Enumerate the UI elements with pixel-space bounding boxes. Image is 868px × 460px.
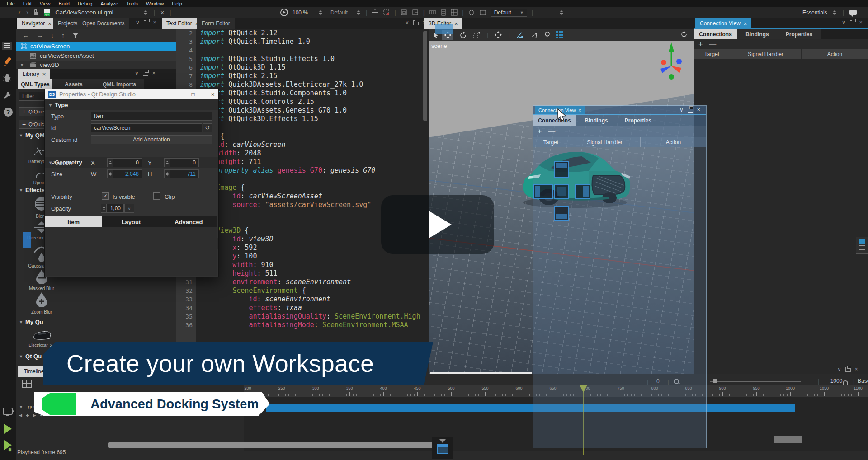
- document-title[interactable]: CarViewScreen.ui.qml: [55, 9, 113, 16]
- editor-scrollbar[interactable]: [423, 31, 427, 121]
- code-line[interactable]: import QtQuick3D 1.15: [200, 63, 286, 72]
- perspective-stepper[interactable]: [833, 10, 837, 15]
- code-line[interactable]: property alias genesis_G70: genesis_G70: [200, 166, 375, 175]
- distribute-v-icon[interactable]: [441, 9, 446, 16]
- code-line[interactable]: import QtQuick.Timeline 1.0: [200, 38, 310, 46]
- tree-item-carviewscreenasset[interactable]: carViewScreenAsset: [16, 51, 176, 61]
- menu-edit[interactable]: Edit: [19, 1, 36, 6]
- h-spin[interactable]: [164, 169, 170, 178]
- tab-open-documents[interactable]: Open Documents: [78, 18, 129, 29]
- floating-connection-view[interactable]: Connection View× ∨× Connections Bindings…: [533, 105, 707, 448]
- video-play-button[interactable]: [381, 195, 494, 254]
- timeline-section-bar[interactable]: [266, 404, 795, 412]
- nav-forward-button[interactable]: ›: [26, 8, 29, 17]
- code-line[interactable]: antialiasingQuality: SceneEnvironment.Hi…: [200, 312, 420, 321]
- menu-file[interactable]: File: [3, 1, 19, 6]
- float-panel-icon[interactable]: [845, 367, 851, 372]
- close-icon[interactable]: ×: [744, 21, 747, 27]
- properties-dialog-titlebar[interactable]: DS Properties - Qt Design Studio □ ×: [45, 89, 218, 99]
- grid-toggle-icon[interactable]: [556, 31, 563, 38]
- opacity-spin[interactable]: [101, 204, 107, 213]
- tab-advanced[interactable]: Advanced: [160, 216, 217, 227]
- code-line[interactable]: environment: sceneEnvironment: [200, 278, 351, 286]
- debug-bug-icon[interactable]: [2, 73, 14, 83]
- floating-tab-connections[interactable]: Connections: [533, 115, 576, 126]
- rotate-item-icon[interactable]: [468, 9, 475, 16]
- code-line[interactable]: SceneEnvironment {: [200, 286, 306, 295]
- anchor-sibling-icon[interactable]: [412, 9, 419, 16]
- tools-wrench-icon[interactable]: [2, 90, 14, 100]
- menu-tools[interactable]: Tools: [122, 1, 142, 6]
- code-line[interactable]: import QtQuick 2.15: [200, 72, 278, 80]
- add-annotation-button[interactable]: Add Annotation: [91, 135, 212, 144]
- float-panel-icon[interactable]: [143, 71, 148, 76]
- float-panel-icon[interactable]: [413, 20, 419, 25]
- right-dock-controls[interactable]: ∨×: [842, 19, 863, 26]
- close-icon[interactable]: ×: [454, 21, 458, 27]
- scale-tool-icon[interactable]: [473, 32, 481, 38]
- code-line[interactable]: import Quick3DAssets.Electriccar_27k 1.0: [200, 80, 363, 89]
- splitter-line[interactable]: [430, 372, 532, 374]
- zoom-level[interactable]: 100 %: [292, 9, 308, 16]
- maximize-icon[interactable]: □: [192, 91, 195, 98]
- menu-help[interactable]: Help: [168, 1, 186, 6]
- menu-window[interactable]: Window: [142, 1, 168, 6]
- connection-bottom-controls[interactable]: ∨×: [837, 366, 858, 372]
- tab-qml-imports[interactable]: QML Imports: [95, 79, 144, 89]
- tab-item[interactable]: Item: [45, 216, 102, 227]
- nav-up-icon[interactable]: ↑: [61, 32, 65, 39]
- section-qt-quick[interactable]: ▾Qt Qu: [20, 353, 42, 360]
- tab-layout[interactable]: Layout: [102, 216, 160, 227]
- w-spin[interactable]: [107, 169, 113, 178]
- nav-right-icon[interactable]: →: [37, 32, 43, 39]
- tree-item-carviewscreen[interactable]: carViewScreen: [16, 42, 176, 51]
- menu-view[interactable]: View: [36, 1, 55, 6]
- section-type[interactable]: ▾Type: [45, 99, 218, 110]
- floating-tab-bindings[interactable]: Bindings: [576, 115, 617, 126]
- section-my-qml[interactable]: ▾My QM: [20, 132, 45, 139]
- style-stepper[interactable]: [357, 10, 361, 15]
- nav-back-button[interactable]: ‹: [18, 8, 21, 17]
- drop-indicator-left[interactable]: [533, 184, 553, 199]
- anchor-parent-icon[interactable]: [401, 9, 407, 16]
- tree-item-view3d[interactable]: ▾ view3D: [16, 61, 176, 69]
- edit-list-icon[interactable]: [2, 42, 14, 50]
- remove-connection-button[interactable]: —: [548, 127, 555, 136]
- grid-layout-icon[interactable]: [451, 9, 458, 16]
- tab-navigator[interactable]: Navigator×: [17, 18, 56, 29]
- selection-frame-icon[interactable]: [383, 9, 390, 16]
- library-item-zoom-blur[interactable]: Zoom Blur: [19, 291, 64, 314]
- run-debug-button[interactable]: [2, 439, 14, 453]
- timeline-h-scrollbar-2[interactable]: [774, 436, 802, 443]
- timeline-zoom-slider[interactable]: [710, 381, 801, 382]
- close-icon[interactable]: ×: [48, 21, 52, 27]
- code-line[interactable]: id: sceneEnvironment: [200, 295, 330, 304]
- float-panel-icon[interactable]: [850, 20, 855, 25]
- drop-indicator-bottom[interactable]: [554, 206, 569, 221]
- feedback-icon[interactable]: [849, 10, 857, 15]
- design-pencil-icon[interactable]: [2, 56, 14, 67]
- code-line[interactable]: import QtQuick.Studio.Effects 1.0: [200, 55, 335, 63]
- col-action[interactable]: Action: [802, 49, 868, 59]
- opacity-field[interactable]: 1,00: [107, 204, 124, 213]
- tab-bindings[interactable]: Bindings: [737, 29, 778, 39]
- floating-dock-controls[interactable]: ∨×: [679, 107, 700, 113]
- camera-perspective-icon[interactable]: [516, 32, 524, 38]
- edit-light-icon[interactable]: [545, 31, 550, 38]
- mid-stepper[interactable]: [560, 10, 564, 15]
- type-field[interactable]: Item: [91, 112, 212, 121]
- zoom-stepper[interactable]: [319, 10, 323, 15]
- x-field[interactable]: 0: [113, 158, 142, 167]
- edit-item-icon[interactable]: [480, 9, 486, 16]
- document-stepper[interactable]: [144, 10, 148, 15]
- nav-down-icon[interactable]: ↓: [51, 32, 54, 39]
- close-icon[interactable]: ×: [211, 91, 215, 98]
- tab-qml-types[interactable]: QML Types: [18, 79, 52, 89]
- tab-form-editor[interactable]: Form Editor: [197, 18, 235, 29]
- remove-connection-button[interactable]: —: [709, 40, 716, 48]
- opacity-dropdown[interactable]: ∨: [124, 204, 134, 213]
- section-effects[interactable]: ▾Effects: [20, 187, 45, 193]
- style-selector[interactable]: Default: [330, 9, 348, 16]
- tab-connection-view[interactable]: Connection View×: [695, 18, 751, 29]
- drop-indicator-top[interactable]: [554, 161, 569, 178]
